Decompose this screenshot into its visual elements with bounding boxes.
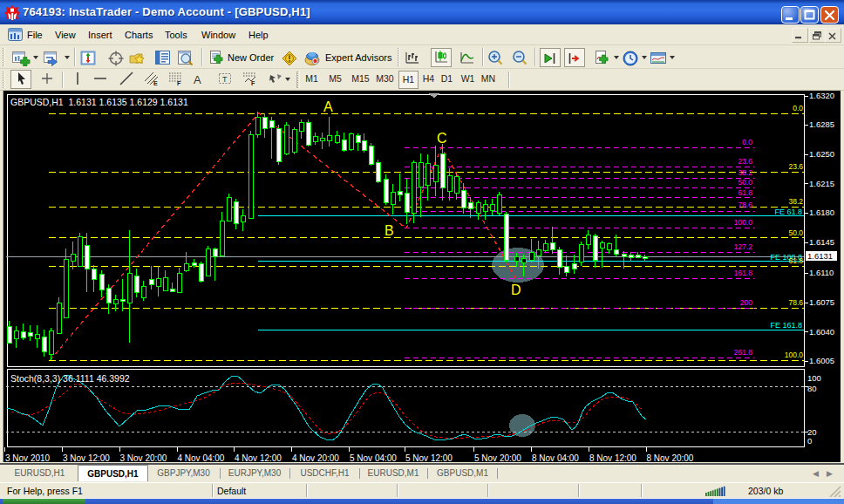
svg-text:5 Nov 04:00: 5 Nov 04:00 [350,453,397,462]
svg-text:1.6040: 1.6040 [809,327,834,337]
svg-text:127.2: 127.2 [734,242,753,251]
svg-text:E: E [153,80,158,86]
svg-text:161.8: 161.8 [734,269,753,277]
svg-text:0: 0 [807,436,812,446]
svg-text:FE 61.8: FE 61.8 [774,208,802,216]
svg-text:8 Nov 20:00: 8 Nov 20:00 [647,453,694,462]
svg-text:F: F [177,80,181,86]
svg-text:0.0: 0.0 [793,104,803,112]
svg-text:F: F [251,80,255,86]
svg-text:1.6180: 1.6180 [809,208,834,217]
svg-text:5 Nov 12:00: 5 Nov 12:00 [405,453,453,462]
svg-text:38.2: 38.2 [738,168,752,177]
svg-text:B: B [385,223,394,238]
svg-text:Stoch(8,3,3) 36.1111 46.3992: Stoch(8,3,3) 36.1111 46.3992 [10,373,130,384]
svg-text:261.8: 261.8 [734,348,753,357]
svg-text:3 Nov 12:00: 3 Nov 12:00 [63,453,110,462]
svg-text:78.6: 78.6 [788,298,803,307]
svg-text:GBPUSD,H1 1.6131 1.6135 1.612: GBPUSD,H1 1.6131 1.6135 1.6129 1.6131 [10,97,188,107]
svg-text:8 Nov 12:00: 8 Nov 12:00 [589,453,636,462]
svg-text:23.6: 23.6 [738,157,752,166]
svg-text:200: 200 [740,298,752,307]
svg-text:38.2: 38.2 [788,197,803,206]
svg-text:8 Nov 04:00: 8 Nov 04:00 [532,453,579,462]
svg-text:A: A [323,99,333,114]
svg-text:1.6285: 1.6285 [809,119,834,129]
svg-text:61.8: 61.8 [738,188,752,197]
svg-text:80: 80 [807,384,817,393]
svg-text:100.0: 100.0 [734,218,753,227]
svg-text:1.6005: 1.6005 [809,356,834,365]
svg-text:61.8: 61.8 [788,256,803,265]
svg-text:50.0: 50.0 [788,228,803,237]
svg-text:4 Nov 12:00: 4 Nov 12:00 [235,453,282,462]
svg-text:50.0: 50.0 [738,178,752,187]
svg-text:D: D [511,283,521,297]
svg-text:1.6110: 1.6110 [809,268,834,277]
svg-text:100.0: 100.0 [785,351,804,359]
svg-text:1.6320: 1.6320 [809,91,834,100]
svg-text:1.6145: 1.6145 [809,237,834,247]
svg-text:1.6075: 1.6075 [809,297,834,307]
svg-text:3 Nov 20:00: 3 Nov 20:00 [120,453,167,462]
svg-text:100: 100 [807,373,821,383]
svg-text:4 Nov 20:00: 4 Nov 20:00 [292,453,339,462]
svg-text:T: T [222,75,228,84]
svg-text:FE 161.8: FE 161.8 [770,321,802,330]
svg-text:5 Nov 20:00: 5 Nov 20:00 [474,453,521,462]
svg-text:1.6131: 1.6131 [807,251,833,261]
svg-text:3 Nov 2010: 3 Nov 2010 [5,453,51,462]
svg-text:C: C [437,131,447,146]
svg-text:0.0: 0.0 [742,138,752,146]
svg-text:4 Nov 04:00: 4 Nov 04:00 [178,453,225,462]
svg-text:23.6: 23.6 [788,162,803,171]
svg-text:1.6250: 1.6250 [809,149,834,159]
svg-text:1.6215: 1.6215 [809,179,834,188]
svg-text:78.6: 78.6 [738,201,752,209]
